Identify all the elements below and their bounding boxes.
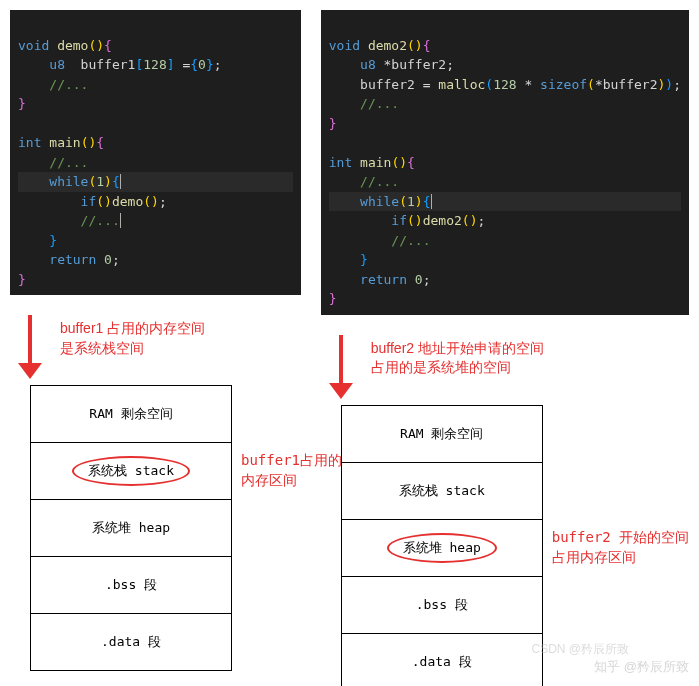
mem-row-data: .data 段	[342, 634, 542, 687]
code-text: while	[18, 174, 88, 189]
mem-label: 系统堆 heap	[92, 519, 170, 537]
code-text: sizeof	[540, 77, 587, 92]
watermark-zhihu: 知乎 @矜辰所致	[594, 658, 689, 676]
annotation-right: buffer2 地址开始申请的空间 占用的是系统堆的空间	[371, 335, 544, 378]
mem-label-circled: 系统堆 heap	[387, 533, 497, 563]
mem-label: 系统栈 stack	[399, 482, 485, 500]
code-text: }	[329, 116, 337, 131]
code-text: //...	[329, 174, 399, 189]
right-column: void demo2(){ u8 *buffer2; buffer2 = mal…	[321, 10, 689, 686]
annotation-left: buffer1 占用的内存空间 是系统栈空间	[60, 315, 205, 358]
code-text: int	[329, 155, 360, 170]
mem-row-bss: .bss 段	[342, 577, 542, 634]
mem-label: .bss 段	[416, 596, 468, 614]
code-text: *buffer2	[384, 57, 447, 72]
code-text: void	[329, 38, 368, 53]
code-text: }	[18, 96, 26, 111]
code-text: ;	[112, 252, 120, 267]
mem-label: .bss 段	[105, 576, 157, 594]
code-text: //...	[18, 77, 88, 92]
code-text: malloc	[438, 77, 485, 92]
code-text: }	[329, 291, 337, 306]
code-text: }	[18, 272, 26, 287]
code-left: void demo(){ u8 buffer1[128] ={0}; //...…	[10, 10, 301, 295]
code-text: u8	[329, 57, 384, 72]
mem-label: RAM 剩余空间	[89, 405, 172, 423]
code-text: buffer1	[65, 57, 135, 72]
code-text: return	[18, 252, 104, 267]
code-text: buffer2 =	[329, 77, 439, 92]
code-text: int	[18, 135, 49, 150]
code-text: //...	[18, 155, 88, 170]
code-text: //...	[329, 96, 399, 111]
memory-table-left: RAM 剩余空间 系统栈 stack buffer1占用的 内存区间 系统堆 h…	[30, 385, 232, 671]
annotation-row-right: buffer2 地址开始申请的空间 占用的是系统堆的空间	[321, 335, 689, 400]
code-text: //...	[329, 233, 431, 248]
left-column: void demo(){ u8 buffer1[128] ={0}; //...…	[10, 10, 301, 686]
code-text: ;	[423, 272, 431, 287]
code-text: if	[18, 194, 96, 209]
watermark-csdn: CSDN @矜辰所致	[531, 641, 629, 658]
code-text: main	[360, 155, 391, 170]
mem-label: .data 段	[101, 633, 161, 651]
code-text: if	[329, 213, 407, 228]
arrow-down-icon	[321, 335, 361, 400]
mem-label: .data 段	[412, 653, 472, 671]
mem-row-stack: 系统栈 stack	[342, 463, 542, 520]
code-text: demo2	[368, 38, 407, 53]
mem-row-stack: 系统栈 stack buffer1占用的 内存区间	[31, 443, 231, 500]
code-text: 0	[415, 272, 423, 287]
mem-label-circled: 系统栈 stack	[72, 456, 190, 486]
mem-row-heap: 系统堆 heap	[31, 500, 231, 557]
code-text: main	[49, 135, 80, 150]
code-text: return	[329, 272, 415, 287]
mem-row-ram: RAM 剩余空间	[342, 406, 542, 463]
mem-row-ram: RAM 剩余空间	[31, 386, 231, 443]
mem-row-data: .data 段	[31, 614, 231, 670]
annotation-row-left: buffer1 占用的内存空间 是系统栈空间	[10, 315, 301, 380]
code-text: while	[329, 194, 399, 209]
arrow-down-icon	[10, 315, 50, 380]
code-right: void demo2(){ u8 *buffer2; buffer2 = mal…	[321, 10, 689, 315]
code-text: u8	[18, 57, 65, 72]
code-text: 0	[104, 252, 112, 267]
code-text: void	[18, 38, 57, 53]
mem-row-bss: .bss 段	[31, 557, 231, 614]
mem-label: RAM 剩余空间	[400, 425, 483, 443]
side-annotation-right: buffer2 开始的空间 占用内存区间	[552, 528, 692, 567]
code-text: //...	[18, 213, 120, 228]
mem-row-heap: 系统堆 heap buffer2 开始的空间 占用内存区间	[342, 520, 542, 577]
memory-table-right: RAM 剩余空间 系统栈 stack 系统堆 heap buffer2 开始的空…	[341, 405, 543, 687]
code-text: demo	[57, 38, 88, 53]
